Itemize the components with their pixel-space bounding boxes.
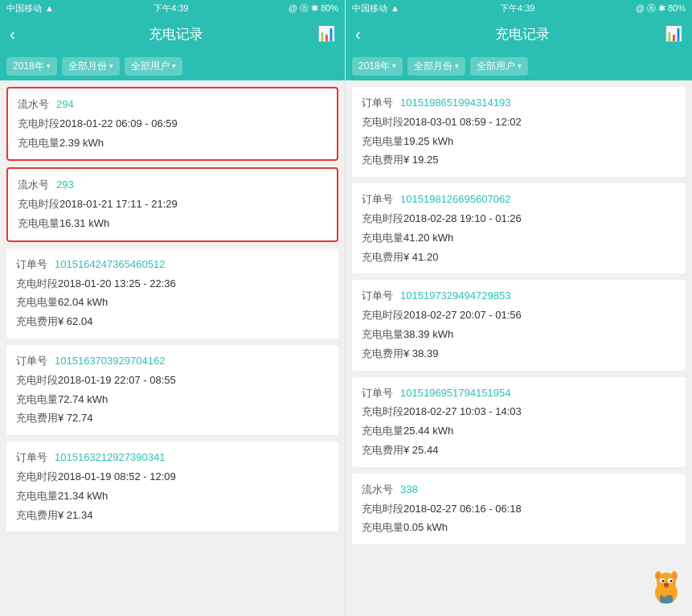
left-user-label: 全部用户: [131, 60, 170, 73]
left-content: 流水号 294 充电时段 2018-01-22 06:09 - 06:59 充电…: [0, 80, 345, 616]
left-record-4[interactable]: 订单号 1015163212927390341 充电时段 2018-01-19 …: [6, 441, 338, 532]
left-back-button[interactable]: ‹: [10, 25, 34, 43]
right-year-filter[interactable]: 2018年 ▾: [352, 57, 403, 76]
left-record-1[interactable]: 流水号 293 充电时段 2018-01-21 17:11 - 21:29 充电…: [6, 167, 338, 241]
right-r2-energy: 38.39 kWh: [403, 326, 453, 343]
right-r0-fee: ¥ 19.25: [403, 152, 438, 169]
left-r0-energy: 2.39 kWh: [59, 135, 104, 152]
right-r0-energy: 19.25 kWh: [403, 133, 453, 150]
right-carrier: 中国移动: [352, 2, 387, 14]
right-month-filter[interactable]: 全部月份 ▾: [407, 57, 465, 76]
left-r1-id: 293: [56, 177, 74, 194]
right-r4-id-type: 流水号: [362, 482, 394, 499]
left-r4-energy-label: 充电电量: [16, 488, 58, 505]
right-record-2[interactable]: 订单号 1015197329494729853 充电时段 2018-02-27 …: [352, 280, 686, 370]
right-back-button[interactable]: ‹: [355, 25, 379, 43]
right-r2-id: 1015197329494729853: [400, 288, 510, 305]
left-r0-period-label: 充电时段: [18, 116, 59, 133]
right-header: ‹ 充电记录 📊: [346, 16, 692, 51]
left-header-title: 充电记录: [149, 25, 203, 43]
left-panel: 中国移动 ▲ 下午4:39 @ ⓐ ✱ 80% ‹ 充电记录 📊 2018年 ▾…: [0, 0, 346, 616]
left-r1-period-label: 充电时段: [18, 196, 59, 213]
left-r0-id-type: 流水号: [18, 97, 50, 113]
left-r3-energy: 72.74 kWh: [58, 392, 108, 409]
right-status-right: @ ⓐ ✱ 80%: [636, 2, 686, 14]
left-r3-id: 1015163703929704162: [55, 353, 165, 370]
right-r0-id: 1015198651994314193: [400, 95, 510, 112]
left-year-label: 2018年: [13, 60, 44, 73]
left-r2-period: 2018-01-20 13:25 - 22:36: [58, 276, 176, 293]
left-year-filter[interactable]: 2018年 ▾: [6, 57, 57, 76]
right-wifi-icon: ▲: [391, 3, 399, 13]
svg-point-10: [664, 583, 669, 586]
svg-point-9: [670, 580, 673, 582]
left-r4-fee: ¥ 21.34: [58, 507, 92, 524]
left-r2-fee: ¥ 62.04: [58, 314, 92, 331]
left-user-filter[interactable]: 全部用户 ▾: [125, 57, 182, 76]
left-r2-id: 1015164247365460512: [55, 257, 165, 273]
right-status-left: 中国移动 ▲: [352, 2, 399, 14]
right-r4-period-label: 充电时段: [362, 501, 403, 518]
left-r3-energy-label: 充电电量: [16, 392, 58, 409]
right-time: 下午4:39: [500, 2, 534, 14]
right-r0-fee-label: 充电费用: [362, 152, 403, 169]
left-month-label: 全部月份: [68, 60, 107, 73]
right-panel-wrapper: 中国移动 ▲ 下午4:39 @ ⓐ ✱ 80% ‹ 充电记录 📊 2018年 ▾…: [346, 0, 692, 616]
right-year-label: 2018年: [358, 60, 390, 73]
right-r2-fee-label: 充电费用: [362, 346, 403, 363]
svg-rect-12: [662, 595, 667, 597]
right-r4-id: 338: [400, 482, 418, 499]
mascot: [647, 565, 686, 606]
left-r2-id-type: 订单号: [16, 257, 48, 273]
left-filter-bar: 2018年 ▾ 全部月份 ▾ 全部用户 ▾: [0, 51, 345, 80]
left-record-3[interactable]: 订单号 1015163703929704162 充电时段 2018-01-19 …: [6, 345, 338, 435]
right-r1-id-type: 订单号: [362, 191, 394, 208]
left-r3-fee: ¥ 72.74: [58, 410, 92, 427]
left-r4-fee-label: 充电费用: [16, 507, 58, 524]
right-battery-icons: @ ⓐ ✱ 80%: [636, 2, 686, 14]
left-r4-energy: 21.34 kWh: [58, 488, 108, 505]
left-r1-period: 2018-01-21 17:11 - 21:29: [59, 196, 178, 213]
right-r1-period-label: 充电时段: [362, 211, 403, 228]
right-year-arrow: ▾: [392, 62, 396, 70]
left-header: ‹ 充电记录 📊: [0, 16, 345, 51]
right-month-arrow: ▾: [455, 62, 459, 70]
left-r1-id-type: 流水号: [18, 177, 50, 194]
right-record-1[interactable]: 订单号 1015198126695607062 充电时段 2018-02-28 …: [352, 183, 686, 273]
right-chart-icon[interactable]: 📊: [665, 25, 682, 43]
right-r0-id-type: 订单号: [362, 95, 394, 112]
left-carrier: 中国移动: [6, 2, 42, 14]
right-record-3[interactable]: 订单号 1015196951794151954 充电时段 2018-02-27 …: [352, 377, 686, 467]
left-r3-fee-label: 充电费用: [16, 410, 58, 427]
left-r0-id: 294: [56, 97, 74, 113]
left-record-0[interactable]: 流水号 294 充电时段 2018-01-22 06:09 - 06:59 充电…: [6, 87, 338, 161]
right-r3-id-type: 订单号: [362, 385, 394, 402]
left-r0-period: 2018-01-22 06:09 - 06:59: [59, 116, 178, 133]
right-record-4[interactable]: 流水号 338 充电时段 2018-02-27 06:16 - 06:18 充电…: [352, 474, 686, 544]
left-r3-period: 2018-01-19 22:07 - 08:55: [58, 372, 176, 389]
svg-point-5: [673, 573, 676, 579]
left-month-filter[interactable]: 全部月份 ▾: [62, 57, 120, 76]
right-r2-id-type: 订单号: [362, 288, 394, 305]
left-r1-energy-label: 充电电量: [18, 216, 59, 232]
right-r2-fee: ¥ 38.39: [403, 346, 438, 363]
left-chart-icon[interactable]: 📊: [317, 25, 335, 43]
right-r3-period: 2018-02-27 10:03 - 14:03: [403, 404, 522, 421]
left-r4-id-type: 订单号: [16, 450, 48, 466]
right-r1-fee: ¥ 41.20: [403, 249, 438, 266]
right-r2-energy-label: 充电电量: [362, 326, 403, 343]
left-status-left: 中国移动 ▲: [6, 2, 54, 14]
right-record-0[interactable]: 订单号 1015198651994314193 充电时段 2018-03-01 …: [352, 87, 686, 177]
right-r4-energy-label: 充电电量: [362, 519, 403, 536]
right-filter-bar: 2018年 ▾ 全部月份 ▾ 全部用户 ▾: [346, 51, 692, 80]
right-r0-period: 2018-03-01 08:59 - 12:02: [403, 114, 522, 131]
left-record-2[interactable]: 订单号 1015164247365460512 充电时段 2018-01-20 …: [6, 248, 338, 339]
left-user-arrow: ▾: [172, 62, 176, 70]
right-status-bar: 中国移动 ▲ 下午4:39 @ ⓐ ✱ 80%: [346, 0, 692, 16]
right-user-filter[interactable]: 全部用户 ▾: [470, 57, 528, 76]
right-r3-energy-label: 充电电量: [362, 423, 403, 440]
right-r4-period: 2018-02-27 06:16 - 06:18: [403, 501, 522, 518]
right-user-label: 全部用户: [477, 60, 515, 73]
left-time: 下午4:39: [154, 2, 188, 14]
left-battery-icons: @ ⓐ ✱ 80%: [289, 2, 338, 14]
